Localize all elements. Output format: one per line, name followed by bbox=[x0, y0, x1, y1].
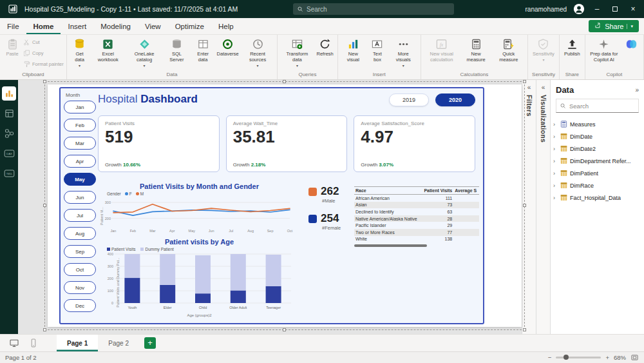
expand-pane-icon[interactable]: « bbox=[542, 84, 545, 91]
zoom-out-button[interactable]: − bbox=[548, 354, 552, 361]
month-button-mar[interactable]: Mar bbox=[64, 137, 96, 150]
publish-button[interactable]: Publish bbox=[562, 37, 582, 59]
expand-pane-icon[interactable]: « bbox=[527, 84, 531, 91]
month-button-oct[interactable]: Oct bbox=[64, 263, 96, 276]
visualizations-pane-collapsed[interactable]: « Visualizations bbox=[536, 80, 550, 334]
filters-pane-collapsed[interactable]: « Filters bbox=[522, 80, 536, 334]
text-box-button[interactable]: Text box bbox=[367, 37, 388, 64]
month-button-jul[interactable]: Jul bbox=[64, 209, 96, 222]
month-button-feb[interactable]: Feb bbox=[64, 119, 96, 132]
menu-tab-view[interactable]: View bbox=[138, 18, 168, 34]
month-button-sep[interactable]: Sep bbox=[64, 245, 96, 258]
line-chart-visual[interactable]: Patient Visits by Month and Gender Gende… bbox=[98, 182, 301, 235]
sql-server-button[interactable]: SQL Server bbox=[164, 37, 190, 64]
user-name[interactable]: ranamohamed bbox=[526, 6, 567, 13]
table-row[interactable]: Native American/Alaska Native28 bbox=[354, 215, 479, 222]
table-row[interactable]: Two or More Races77 bbox=[354, 229, 479, 236]
cut-button[interactable]: Cut bbox=[23, 37, 64, 47]
field-measures[interactable]: ›Measures bbox=[551, 118, 644, 130]
fit-to-page-icon[interactable] bbox=[630, 353, 639, 362]
new-page-button[interactable]: + bbox=[144, 337, 156, 349]
excel-workbook-button[interactable]: Excel workbook bbox=[91, 37, 125, 64]
table-row[interactable]: African American111 bbox=[354, 195, 479, 202]
report-view-button[interactable] bbox=[2, 86, 16, 101]
column-header-patient-visits[interactable]: Patient Visits bbox=[421, 187, 453, 195]
legend-item-f[interactable]: F bbox=[125, 191, 132, 196]
recent-sources-button[interactable]: Recent sources▾ bbox=[241, 37, 274, 69]
model-view-button[interactable] bbox=[2, 126, 16, 141]
refresh-button[interactable]: Refresh bbox=[316, 37, 335, 59]
column-header-average-s[interactable]: Average S bbox=[453, 187, 479, 195]
maximize-button[interactable] bbox=[609, 5, 621, 14]
titlebar-search[interactable]: Search bbox=[293, 3, 454, 15]
column-header-race[interactable]: Race bbox=[354, 187, 421, 195]
new-measure-button[interactable]: New measure bbox=[461, 37, 491, 64]
resize-handle[interactable] bbox=[283, 80, 286, 83]
menu-tab-optimize[interactable]: Optimize bbox=[168, 18, 211, 34]
resize-handle[interactable] bbox=[43, 204, 46, 207]
resize-handle[interactable] bbox=[43, 328, 46, 331]
menu-tab-modeling[interactable]: Modeling bbox=[93, 18, 138, 34]
new-visual-button[interactable]: New visual bbox=[341, 37, 366, 64]
collapse-pane-icon[interactable]: » bbox=[635, 86, 639, 93]
card-male[interactable]: 262#Male bbox=[308, 185, 350, 204]
month-button-may[interactable]: May bbox=[64, 173, 96, 186]
legend-item-patient-visits[interactable]: Patient Visits bbox=[107, 247, 135, 251]
month-button-aug[interactable]: Aug bbox=[64, 227, 96, 240]
kpi-patient-visits[interactable]: Patient Visits519Growth 10.66% bbox=[98, 115, 220, 172]
month-button-apr[interactable]: Apr bbox=[64, 155, 96, 168]
prep-data-for-copilot-ai-button[interactable]: Prep data for Copilot AI bbox=[588, 37, 620, 64]
paste-button[interactable]: Paste bbox=[3, 37, 22, 59]
month-slicer[interactable]: Month JanFebMarAprMayJunJulAugSepOctNovD… bbox=[64, 92, 96, 317]
resize-handle[interactable] bbox=[283, 328, 286, 331]
table-row[interactable]: White138 bbox=[354, 236, 479, 243]
card-female[interactable]: 254#Female bbox=[308, 212, 350, 231]
report-canvas[interactable]: Month JanFebMarAprMayJunJulAugSepOctNovD… bbox=[18, 80, 522, 334]
onelake-catalog-button[interactable]: OneLake catalog▾ bbox=[126, 37, 162, 69]
tmdl-view-button[interactable]: TMDL bbox=[2, 166, 16, 181]
avatar[interactable] bbox=[573, 3, 585, 15]
new-visual-calculation-button[interactable]: fxNew visual calculation bbox=[424, 37, 460, 64]
table-row[interactable]: Declined to Identify63 bbox=[354, 208, 479, 215]
field-dimdate[interactable]: ›DimDate bbox=[551, 130, 644, 142]
sensitivity-button[interactable]: Sensitivity▾ bbox=[531, 37, 556, 63]
year-button-2019[interactable]: 2019 bbox=[389, 93, 429, 106]
format-painter-button[interactable]: Format painter bbox=[23, 59, 64, 69]
minimize-button[interactable]: – bbox=[591, 5, 603, 14]
month-button-jan[interactable]: Jan bbox=[64, 101, 96, 113]
field-dimrace[interactable]: ›DimRace bbox=[551, 179, 644, 191]
page-tab-page-2[interactable]: Page 2 bbox=[98, 335, 139, 351]
more-visuals-button[interactable]: More visuals▾ bbox=[389, 37, 418, 69]
copy-button[interactable]: Copy bbox=[23, 48, 64, 58]
enter-data-button[interactable]: Enter data bbox=[191, 37, 215, 64]
get-data-button[interactable]: Get data▾ bbox=[70, 37, 90, 69]
close-button[interactable]: × bbox=[627, 5, 639, 14]
month-button-nov[interactable]: Nov bbox=[64, 281, 96, 294]
table-row[interactable]: Pacific Islander29 bbox=[354, 222, 479, 229]
legend-item-dummy-patient[interactable]: Dummy Patient bbox=[140, 247, 173, 251]
kpi-average-wait-time[interactable]: Average Wait_Time35.81Growth 2.18% bbox=[226, 115, 348, 172]
mobile-layout-icon[interactable] bbox=[28, 338, 39, 348]
table-scrollbar[interactable] bbox=[354, 244, 427, 247]
transform-data-button[interactable]: Transform data▾ bbox=[280, 37, 314, 69]
legend-item-m[interactable]: M bbox=[136, 191, 144, 196]
year-button-2020[interactable]: 2020 bbox=[435, 93, 475, 106]
table-row[interactable]: Asian73 bbox=[354, 202, 479, 209]
dataverse-button[interactable]: Dataverse bbox=[216, 37, 239, 59]
zoom-slider-thumb[interactable] bbox=[564, 355, 569, 360]
field-fact-hospital-data[interactable]: ›Fact_Hospital_Data bbox=[551, 191, 644, 204]
menu-tab-insert[interactable]: Insert bbox=[61, 18, 93, 34]
quick-measure-button[interactable]: Quick measure bbox=[493, 37, 526, 64]
month-button-jun[interactable]: Jun bbox=[64, 191, 96, 204]
share-button[interactable]: Share ▾ bbox=[589, 20, 639, 32]
resize-handle[interactable] bbox=[43, 80, 46, 83]
menu-tab-file[interactable]: File bbox=[0, 18, 26, 34]
copilot-button[interactable] bbox=[621, 37, 641, 52]
page-tab-page-1[interactable]: Page 1 bbox=[57, 335, 98, 351]
dax-query-view-button[interactable]: DAX bbox=[2, 146, 16, 161]
report-page[interactable]: Month JanFebMarAprMayJunJulAugSepOctNovD… bbox=[48, 84, 522, 327]
field-dimdate2[interactable]: ›DimDate2 bbox=[551, 142, 644, 155]
month-button-dec[interactable]: Dec bbox=[64, 299, 96, 312]
zoom-slider[interactable] bbox=[556, 357, 601, 358]
table-view-button[interactable] bbox=[2, 106, 16, 121]
